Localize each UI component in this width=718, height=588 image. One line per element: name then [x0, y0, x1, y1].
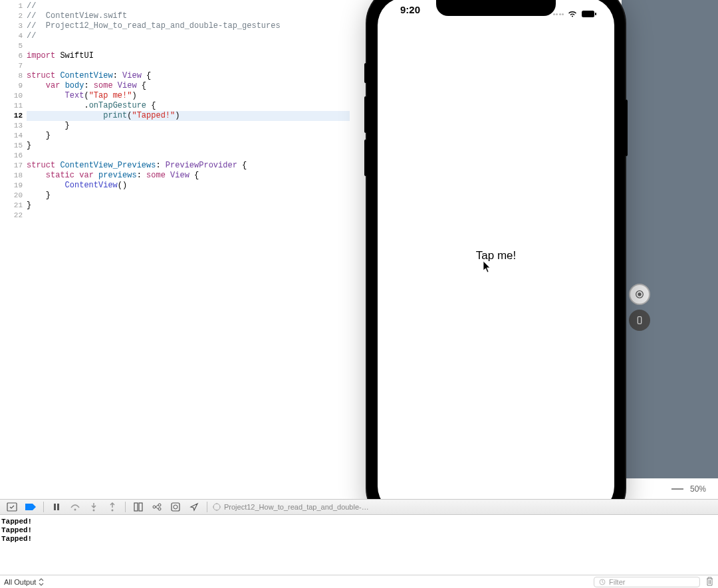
- svg-point-1: [638, 293, 641, 296]
- wifi-icon: [567, 10, 578, 18]
- svg-rect-16: [172, 503, 180, 511]
- filter-placeholder: Filter: [609, 578, 625, 586]
- svg-point-18: [213, 504, 220, 510]
- clear-console-button[interactable]: [705, 577, 714, 587]
- svg-point-13: [153, 506, 156, 508]
- svg-point-10: [112, 510, 114, 512]
- preview-zoom-controls: 50%: [671, 482, 718, 496]
- preview-background: [622, 0, 718, 478]
- toggle-debug-button[interactable]: [4, 500, 20, 514]
- svg-rect-4: [595, 13, 596, 15]
- console-output[interactable]: Tapped! Tapped! Tapped!: [0, 515, 718, 575]
- environment-button[interactable]: [168, 500, 183, 514]
- console-footer: All Output Filter: [0, 575, 718, 588]
- svg-rect-7: [57, 504, 59, 510]
- chevron-up-down-icon: [39, 578, 44, 586]
- svg-rect-5: [7, 503, 17, 511]
- debug-toolbar: Project12_How_to_read_tap_and_double-…: [0, 499, 718, 515]
- separator: [207, 502, 207, 512]
- step-out-button[interactable]: [104, 500, 120, 514]
- phone-mute-switch: [364, 63, 367, 83]
- zoom-level-label: 50%: [690, 484, 706, 494]
- simulator-screen[interactable]: 9:20 Tap me!: [378, 0, 614, 514]
- svg-rect-3: [582, 11, 594, 17]
- app-text-label[interactable]: Tap me!: [476, 249, 516, 262]
- svg-rect-12: [139, 503, 142, 511]
- preview-run-button[interactable]: [629, 284, 650, 305]
- preview-device-button[interactable]: [629, 310, 650, 331]
- separator: [43, 502, 44, 512]
- filter-icon: [598, 578, 606, 586]
- zoom-out-button[interactable]: [671, 488, 683, 490]
- svg-point-9: [93, 510, 95, 512]
- battery-icon: [581, 10, 597, 18]
- debug-breadcrumb[interactable]: Project12_How_to_read_tap_and_double-…: [212, 502, 369, 512]
- svg-rect-6: [54, 504, 56, 510]
- output-scope-selector[interactable]: All Output: [4, 578, 36, 586]
- svg-rect-11: [134, 503, 138, 511]
- phone-volume-down: [364, 140, 367, 176]
- phone-volume-up: [364, 96, 367, 133]
- memory-graph-button[interactable]: [149, 500, 165, 514]
- pause-button[interactable]: [49, 500, 64, 514]
- status-icons: [553, 4, 598, 24]
- location-button[interactable]: [186, 500, 202, 514]
- target-icon: [212, 502, 221, 512]
- line-number-gutter: 12345678910111213141516171819202122: [0, 0, 27, 499]
- signal-icon: [553, 13, 564, 15]
- console-filter-input[interactable]: Filter: [594, 577, 700, 587]
- breakpoints-button[interactable]: [23, 500, 39, 514]
- svg-rect-2: [638, 317, 641, 324]
- simulator-phone: 9:20 Tap me!: [367, 0, 625, 525]
- phone-power-button: [625, 100, 628, 156]
- view-debug-button[interactable]: [130, 500, 146, 514]
- status-bar: 9:20: [378, 4, 614, 24]
- trash-icon: [705, 577, 714, 586]
- svg-point-15: [158, 508, 161, 510]
- breadcrumb-label: Project12_How_to_read_tap_and_double-…: [224, 503, 369, 511]
- separator: [125, 502, 126, 512]
- svg-point-8: [74, 509, 76, 511]
- svg-point-17: [174, 505, 178, 509]
- step-over-button[interactable]: [67, 500, 83, 514]
- step-into-button[interactable]: [86, 500, 102, 514]
- status-time: 9:20: [400, 4, 420, 24]
- svg-point-14: [158, 504, 161, 506]
